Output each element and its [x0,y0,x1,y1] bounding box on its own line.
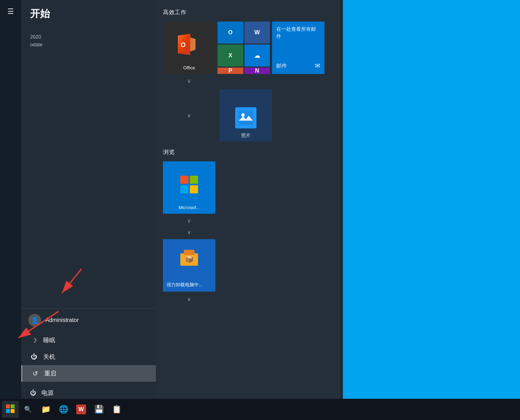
shutdown-button[interactable]: ⏻ 关机 [21,349,156,365]
apps-group-tile: O W X ☁ P N [217,22,270,74]
mail-tile[interactable]: 在一处查看所有邮件 邮件 ✉ [272,22,324,74]
file-explorer-icon[interactable]: 📁 [37,401,54,418]
search-button[interactable]: 🔍 [19,401,36,418]
svg-rect-18 [6,409,10,413]
wps-letter: W [78,406,84,413]
collapse-arrow-2[interactable]: ∨ [163,89,215,142]
start-button[interactable] [2,401,19,418]
collapse-arrow-browse-1[interactable]: ∨ [163,216,215,225]
tile-row-1: O Office O W X [163,22,333,74]
ie-icon: 🌐 [59,405,68,414]
mail-description: 在一处查看所有邮件 [276,26,320,40]
app-list: 2020 odate [21,26,156,308]
svg-rect-1 [239,111,253,125]
mail-envelope-icon: ✉ [315,62,320,70]
efficient-work-section: 高效工作 [163,9,333,142]
svg-rect-10 [184,250,194,255]
browse-section-title: 浏览 [163,149,333,156]
onenote-letter: N [255,68,259,74]
outlook-subtile[interactable]: O [217,22,243,44]
start-title: 开始 [30,7,50,21]
onedrive-icon: ☁ [254,52,260,59]
sleep-button[interactable]: ☽ 睡眠 [21,332,156,349]
search-icon: 🔍 [24,405,32,413]
menu-toggle-button[interactable]: ☰ [4,4,17,19]
date-item-2020[interactable]: 2020 [30,33,147,41]
mail-bottom: 邮件 ✉ [276,62,320,70]
uninstall-icon: 📦 [179,246,200,269]
word-subtile[interactable]: W [244,22,270,44]
wps-logo: W [76,404,86,414]
restart-icon: ↺ [31,370,39,378]
start-header: 开始 [21,0,156,26]
disk-manager-icon[interactable]: 💾 [90,401,107,418]
user-name-label: Administrator [45,317,79,323]
power-options: ☽ 睡眠 ⏻ 关机 ↺ 重启 [21,332,156,385]
excel-subtile[interactable]: X [217,45,243,67]
svg-rect-16 [6,404,10,408]
shutdown-label: 关机 [43,353,55,361]
powerpoint-subtile[interactable]: P [217,68,243,74]
desktop-blue-area [343,0,520,399]
ppt-letter: P [228,68,232,74]
photos-tile[interactable]: 照片 [220,89,272,142]
photos-icon-box [235,107,256,128]
store-icon-container [179,174,200,197]
store-label: Microsof... [179,205,200,211]
svg-rect-17 [11,404,15,408]
restart-button[interactable]: ↺ 重启 [21,365,156,382]
chevron-down-icon-4: ∨ [187,229,191,236]
avatar-icon: 👤 [31,316,39,324]
collapse-arrow-browse-2[interactable]: ∨ [163,228,215,237]
store-tile[interactable]: Microsof... [163,161,215,214]
date-item-update[interactable]: odate [30,41,147,48]
power-section[interactable]: ⏻ 电源 [21,385,156,399]
sleep-label: 睡眠 [43,336,55,344]
left-sidebar: ☰ [0,0,21,399]
collapse-row-browse-1: ∨ [163,216,333,225]
mail-label: 邮件 [276,63,287,69]
uninstall-label: 强力卸载电脑中... [166,282,203,288]
internet-explorer-icon[interactable]: 🌐 [55,401,72,418]
browse-section: 浏览 Microsof... [163,149,333,304]
chevron-down-icon-3: ∨ [187,217,191,224]
power-icon-bottom: ⏻ [30,390,36,397]
windows-logo-icon [6,404,15,415]
user-section[interactable]: 👤 Administrator [21,308,156,332]
date-items-container: 2020 odate [21,29,156,52]
disk-icon: 💾 [94,405,104,414]
shutdown-icon: ⏻ [30,353,38,361]
tile-row-uninstall: 📦 强力卸载电脑中... [163,239,333,292]
onenote-subtile[interactable]: N [244,68,270,74]
collapse-arrow-bottom[interactable]: ∨ [163,294,215,304]
excel-letter: X [228,52,232,59]
main-app-panel: 开始 2020 odate 👤 Administrator ☽ 睡眠 ⏻ [21,0,156,399]
uninstall-tile[interactable]: 📦 强力卸载电脑中... [163,239,215,292]
power-label-bottom: 电源 [41,389,53,397]
folder-icon: 📁 [41,405,51,414]
efficient-section-title: 高效工作 [163,9,333,16]
chevron-down-icon-2: ∨ [187,112,191,119]
tiles-area: 高效工作 [156,0,340,399]
wps-icon[interactable]: W [73,401,90,418]
photos-label: 照片 [241,133,250,139]
office-logo: O [174,32,199,58]
hamburger-icon: ☰ [7,7,14,15]
onedrive-subtile[interactable]: ☁ [244,45,270,67]
word-letter: W [254,29,260,36]
collapse-row-browse-2: ∨ [163,228,333,237]
sleep-icon: ☽ [30,336,38,344]
svg-text:O: O [181,41,186,48]
taskbar: 🔍 📁 🌐 W 💾 📋 [0,399,520,420]
notepad-icon-glyph: 📋 [112,405,121,414]
restart-label: 重启 [44,369,56,378]
collapse-arrow-1[interactable]: ∨ [163,76,215,86]
collapse-row-2: ∨ 照片 [163,89,333,142]
svg-rect-5 [180,176,188,184]
svg-point-3 [241,113,245,117]
user-avatar: 👤 [28,314,41,327]
office-tile[interactable]: O Office [163,22,215,74]
mail-content: 在一处查看所有邮件 邮件 ✉ [276,26,320,70]
notepad-icon[interactable]: 📋 [108,401,125,418]
start-menu: ☰ 开始 2020 odate 👤 Administrator ☽ [0,0,340,399]
